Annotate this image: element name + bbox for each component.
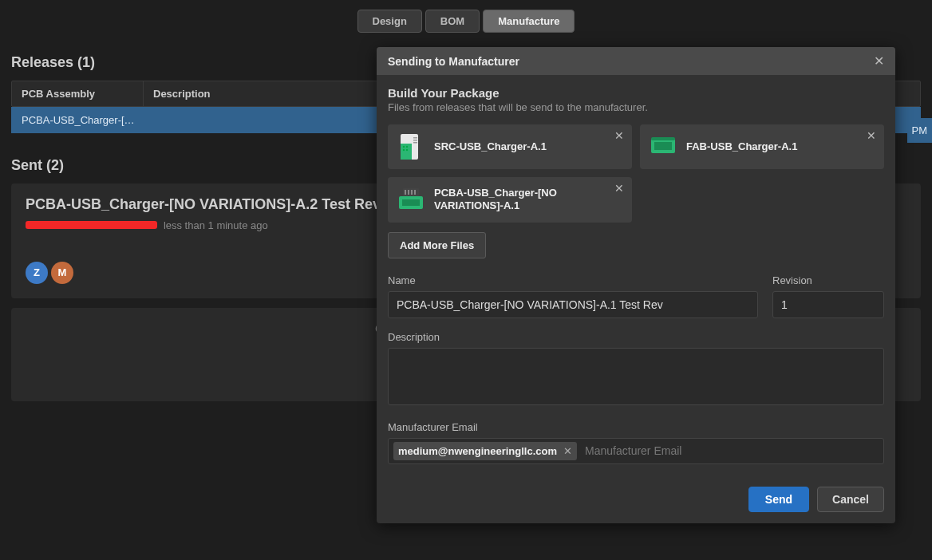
release-row-label: PCBA-USB_Charger-[… xyxy=(22,114,149,126)
svg-rect-8 xyxy=(413,142,417,144)
time-badge: PM xyxy=(907,118,933,143)
description-input[interactable] xyxy=(388,348,884,405)
svg-rect-11 xyxy=(651,137,675,140)
svg-rect-10 xyxy=(654,142,672,150)
svg-rect-7 xyxy=(413,140,417,141)
email-input-wrap[interactable]: medium@nwengineeringllc.com ✕ xyxy=(388,438,884,464)
revision-input[interactable] xyxy=(772,291,884,318)
svg-point-3 xyxy=(406,146,408,148)
package-title: Build Your Package xyxy=(388,86,884,100)
redacted-author xyxy=(26,221,157,229)
pcba-file-icon xyxy=(399,188,423,211)
manufacturer-email-label: Manufacturer Email xyxy=(388,421,884,433)
remove-file-icon[interactable]: ✕ xyxy=(614,129,624,142)
tab-design[interactable]: Design xyxy=(357,10,422,33)
svg-rect-17 xyxy=(411,190,413,195)
svg-rect-13 xyxy=(402,199,420,206)
file-chip-pcba[interactable]: PCBA-USB_Charger-[NO VARIATIONS]-A.1 ✕ xyxy=(388,177,632,223)
email-pill-text: medium@nwengineeringllc.com xyxy=(398,445,557,457)
svg-point-2 xyxy=(403,146,405,148)
file-label: SRC-USB_Charger-A.1 xyxy=(434,140,547,153)
close-icon[interactable]: ✕ xyxy=(874,53,884,69)
cancel-button[interactable]: Cancel xyxy=(817,487,884,512)
description-label: Description xyxy=(388,331,884,343)
file-label: PCBA-USB_Charger-[NO VARIATIONS]-A.1 xyxy=(434,187,621,213)
revision-label: Revision xyxy=(772,274,884,286)
send-button[interactable]: Send xyxy=(748,487,809,512)
package-subtitle: Files from releases that will be send to… xyxy=(388,101,884,113)
source-file-icon xyxy=(399,134,423,160)
svg-point-5 xyxy=(406,149,408,151)
file-chip-fab[interactable]: FAB-USB_Charger-A.1 ✕ xyxy=(640,124,884,169)
modal-header: Sending to Manufacturer ✕ xyxy=(377,47,895,75)
modal-footer: Send Cancel xyxy=(377,475,895,523)
tab-bom[interactable]: BOM xyxy=(425,10,480,33)
name-label: Name xyxy=(388,274,758,286)
svg-rect-1 xyxy=(401,144,412,160)
file-label: FAB-USB_Charger-A.1 xyxy=(686,140,797,153)
add-more-files-button[interactable]: Add More Files xyxy=(388,232,486,258)
name-input[interactable] xyxy=(388,291,758,318)
col-pcb-assembly[interactable]: PCB Assembly xyxy=(12,81,144,106)
email-pill[interactable]: medium@nwengineeringllc.com ✕ xyxy=(393,442,577,460)
avatar[interactable]: M xyxy=(51,262,73,284)
svg-point-4 xyxy=(403,149,405,151)
svg-rect-6 xyxy=(413,137,417,139)
remove-email-icon[interactable]: ✕ xyxy=(563,445,572,457)
avatar[interactable]: Z xyxy=(26,262,48,284)
manufacturer-email-input[interactable] xyxy=(585,444,879,457)
svg-rect-16 xyxy=(408,190,409,195)
sent-card-ago: less than 1 minute ago xyxy=(164,219,268,231)
top-tabs: Design BOM Manufacture xyxy=(0,0,932,42)
tab-manufacture[interactable]: Manufacture xyxy=(483,10,575,33)
svg-rect-15 xyxy=(405,190,406,195)
file-chip-src[interactable]: SRC-USB_Charger-A.1 ✕ xyxy=(388,124,632,169)
fab-file-icon xyxy=(651,137,675,156)
remove-file-icon[interactable]: ✕ xyxy=(867,129,876,142)
svg-rect-18 xyxy=(414,190,416,195)
modal-title: Sending to Manufacturer xyxy=(388,55,519,68)
send-to-manufacturer-modal: Sending to Manufacturer ✕ Build Your Pac… xyxy=(377,47,895,523)
remove-file-icon[interactable]: ✕ xyxy=(614,182,624,195)
